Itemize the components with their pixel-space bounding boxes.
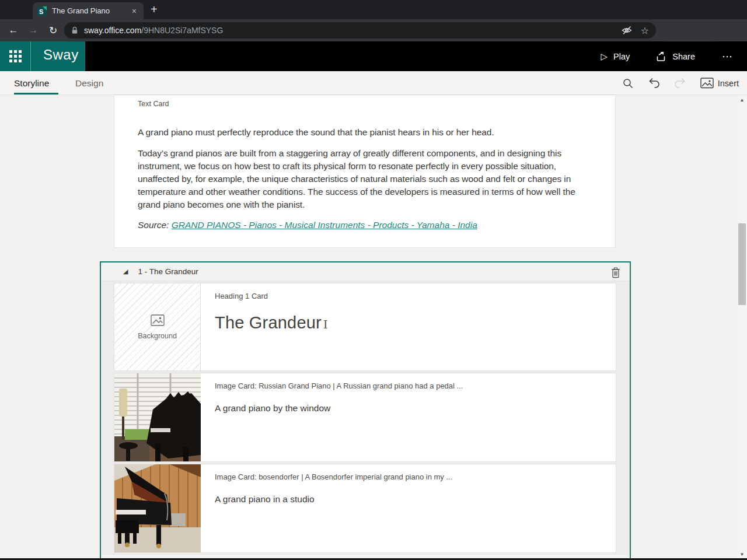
heading-text-input[interactable]: The GrandeurI (215, 313, 602, 332)
sway-favicon: S (37, 6, 47, 16)
heading-card[interactable]: Background Heading 1 Card The GrandeurI (114, 284, 616, 370)
source-prefix: Source: (138, 220, 172, 230)
undo-icon[interactable] (648, 78, 660, 89)
sway-header: Sway ▷ Play Share ⋯ (0, 41, 747, 71)
scroll-up-icon[interactable]: ▲ (737, 96, 747, 104)
image-card-bosendorfer[interactable]: Image Card: bosendorfer | A Bosendorfer … (114, 464, 616, 552)
play-label: Play (613, 52, 630, 61)
vertical-scrollbar[interactable]: ▲ ▼ (737, 95, 747, 560)
scrollbar-thumb[interactable] (738, 223, 746, 305)
share-button[interactable]: Share (643, 41, 708, 71)
sway-more-icon[interactable]: ⋯ (708, 50, 747, 63)
share-icon (655, 51, 666, 62)
new-tab-button[interactable]: + (151, 3, 158, 16)
tab-storyline[interactable]: Storyline (14, 71, 49, 95)
tab-design[interactable]: Design (75, 71, 103, 95)
image-card-label: Image Card: bosendorfer | A Bosendorfer … (215, 473, 602, 481)
collapse-section-icon[interactable]: ◢ (123, 268, 128, 275)
text-card-label: Text Card (138, 100, 592, 108)
delete-section-button[interactable] (609, 265, 623, 279)
search-icon[interactable] (622, 78, 634, 89)
browser-window: S The Grand Piano × + ← → ↻ sway.office.… (0, 0, 747, 560)
heading-card-label: Heading 1 Card (215, 292, 602, 300)
url-text: sway.office.com/9HN8U2Si7aMfSYSG (84, 26, 621, 35)
image-card-russian-grand-piano[interactable]: Image Card: Russian Grand Piano | A Russ… (114, 373, 616, 461)
insert-button[interactable]: Insert (700, 78, 739, 89)
text-card-paragraph[interactable]: A grand piano must perfectly reproduce t… (138, 126, 592, 139)
url-path: /9HN8U2Si7aMfSYSG (141, 26, 223, 35)
trash-icon (611, 267, 620, 278)
app-launcher-icon[interactable] (0, 50, 30, 63)
play-icon: ▷ (601, 51, 608, 62)
heading-text[interactable]: The Grandeur (215, 313, 322, 332)
close-tab-icon[interactable]: × (130, 6, 139, 16)
image-caption[interactable]: A grand piano by the window (215, 403, 602, 414)
scroll-down-icon[interactable]: ▼ (737, 550, 747, 558)
forward-icon: → (23, 24, 43, 36)
text-card[interactable]: Text Card A grand piano must perfectly r… (114, 95, 615, 247)
svg-text:S: S (39, 8, 43, 15)
play-button[interactable]: ▷ Play (588, 41, 643, 71)
bookmark-star-icon[interactable]: ☆ (641, 25, 649, 36)
source-line: Source: GRAND PIANOS - Pianos - Musical … (138, 220, 592, 230)
background-dropzone[interactable]: Background (114, 284, 201, 370)
storyline-canvas: Text Card A grand piano must perfectly r… (0, 95, 747, 560)
image-caption[interactable]: A grand piano in a studio (215, 494, 602, 505)
eye-off-icon[interactable] (621, 26, 633, 35)
text-card-paragraph[interactable]: Today’s grand pianos are built from a st… (138, 147, 592, 211)
section-group-header[interactable]: ◢ 1 - The Grandeur (101, 262, 630, 281)
address-bar[interactable]: sway.office.com/9HN8U2Si7aMfSYSG ☆ (64, 22, 656, 38)
text-cursor: I (323, 318, 328, 331)
app-logo[interactable]: Sway (43, 47, 79, 63)
image-card-label: Image Card: Russian Grand Piano | A Russ… (215, 382, 602, 390)
section-group[interactable]: ◢ 1 - The Grandeur (100, 261, 631, 560)
image-thumbnail-piano-window[interactable] (114, 373, 201, 461)
browser-tabstrip: S The Grand Piano × + (0, 0, 747, 19)
insert-label: Insert (718, 79, 739, 88)
header-divider (30, 41, 31, 71)
back-icon[interactable]: ← (4, 24, 23, 36)
redo-icon (674, 78, 686, 89)
background-label: Background (136, 332, 179, 340)
browser-toolbar: ← → ↻ sway.office.com/9HN8U2Si7aMfSYSG ☆ (0, 19, 747, 41)
share-label: Share (672, 52, 695, 61)
browser-tab[interactable]: S The Grand Piano × (33, 2, 144, 19)
section-group-title: 1 - The Grandeur (138, 267, 198, 276)
reload-icon[interactable]: ↻ (43, 24, 63, 37)
tab-title: The Grand Piano (52, 6, 130, 15)
insert-image-icon (700, 78, 714, 89)
source-link[interactable]: GRAND PIANOS - Pianos - Musical Instrume… (172, 220, 477, 230)
background-image-icon (151, 314, 165, 326)
active-tab-underline (14, 93, 58, 94)
image-thumbnail-piano-studio[interactable] (114, 464, 201, 552)
edit-toolbar: Storyline Design Insert (0, 71, 747, 95)
url-domain: sway.office.com (84, 26, 141, 35)
lock-icon (71, 26, 78, 34)
